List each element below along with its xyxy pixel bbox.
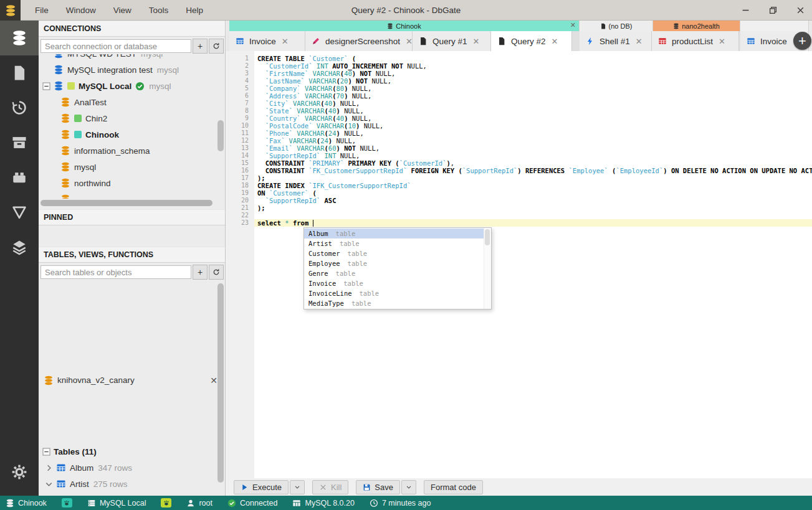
tree-row-artist[interactable]: Artist275 rows bbox=[39, 476, 217, 492]
gutter-line-number: 18 bbox=[226, 182, 249, 189]
sql-editor[interactable]: 1234567891011121314151617181920212223 CR… bbox=[226, 51, 812, 478]
code-line-5: `Company` VARCHAR(80) NULL, bbox=[257, 85, 371, 92]
tree-row-knihovna-v2-canary[interactable]: knihovna_v2_canary✕ bbox=[39, 371, 225, 389]
kill-button[interactable]: Kill bbox=[312, 480, 348, 494]
tree-row-mysql-local[interactable]: MySQL Localmysql bbox=[39, 78, 217, 94]
tree-row-analtest[interactable]: AnalTest bbox=[39, 94, 217, 110]
save-dropdown-button[interactable] bbox=[401, 480, 416, 494]
tree-row-chin2[interactable]: Chin2 bbox=[39, 110, 217, 126]
execute-button[interactable]: Execute bbox=[234, 480, 289, 494]
close-tab-icon[interactable]: ✕ bbox=[552, 37, 558, 46]
status-color-chip[interactable] bbox=[161, 498, 171, 508]
tree-row-mysql[interactable]: mysql bbox=[39, 159, 217, 175]
chevron-right-icon[interactable] bbox=[44, 463, 54, 473]
autocomplete-item-genre[interactable]: Genretable bbox=[304, 268, 491, 278]
connections-horizontal-scrollbar[interactable] bbox=[41, 200, 213, 206]
close-group-icon[interactable]: ✕ bbox=[570, 21, 576, 29]
autocomplete-item-customer[interactable]: Customertable bbox=[304, 248, 491, 258]
left-panel: CONNECTIONS + MYSQL WD TESTmysqlMySQL in… bbox=[39, 21, 226, 496]
status-connected[interactable]: Connected bbox=[227, 499, 277, 508]
format-code-button[interactable]: Format code bbox=[424, 480, 483, 494]
tree-row-tables-11-[interactable]: Tables (11) bbox=[39, 443, 217, 460]
tab-group-nano2health[interactable]: nano2health bbox=[653, 21, 740, 31]
status-mysql-local[interactable]: MySQL Local bbox=[87, 499, 146, 508]
tree-row-mysql-integration-test[interactable]: MySQL integration testmysql bbox=[39, 62, 217, 78]
close-tab-icon[interactable]: ✕ bbox=[282, 37, 289, 46]
status-root[interactable]: root bbox=[186, 499, 213, 508]
code-line-21: ); bbox=[257, 204, 265, 212]
database-orange-icon bbox=[60, 194, 70, 199]
close-button[interactable] bbox=[795, 5, 806, 16]
unpin-close-icon[interactable]: ✕ bbox=[210, 375, 217, 385]
tree-item-label: Album bbox=[70, 463, 93, 473]
rail-plugins-icon[interactable] bbox=[0, 160, 39, 195]
tree-row-mysql-wd-test[interactable]: MYSQL WD TESTmysql bbox=[39, 54, 217, 62]
rail-files-icon[interactable] bbox=[0, 55, 39, 90]
tab-query-1[interactable]: Query #1✕ bbox=[413, 31, 491, 51]
connections-vertical-scrollbar[interactable] bbox=[217, 120, 224, 151]
tab-shell-1[interactable]: Shell #1✕ bbox=[580, 31, 652, 51]
tree-row-chinook[interactable]: Chinook bbox=[39, 126, 217, 143]
autocomplete-kind: table bbox=[351, 300, 371, 307]
tab-label: Query #1 bbox=[432, 37, 467, 46]
tab-productlist[interactable]: productList✕ bbox=[652, 31, 739, 51]
menu-tools[interactable]: Tools bbox=[141, 4, 176, 17]
rail-settings-icon[interactable] bbox=[0, 455, 39, 489]
status-7-minutes-ago[interactable]: 7 minutes ago bbox=[370, 499, 431, 508]
autocomplete-item-invoiceline[interactable]: InvoiceLinetable bbox=[304, 288, 491, 298]
tables-search-input[interactable] bbox=[41, 265, 191, 279]
close-tab-icon[interactable]: ✕ bbox=[406, 37, 413, 46]
rail-database-icon[interactable] bbox=[0, 21, 39, 55]
tab-invoice[interactable]: Invoice✕ bbox=[229, 31, 305, 51]
autocomplete-item-employee[interactable]: Employeetable bbox=[304, 258, 491, 268]
close-tab-icon[interactable]: ✕ bbox=[719, 37, 725, 46]
add-connection-button[interactable]: + bbox=[193, 39, 208, 54]
rail-archive-icon[interactable] bbox=[0, 125, 39, 160]
menu-window[interactable]: Window bbox=[59, 4, 103, 17]
tree-row-partial[interactable] bbox=[39, 191, 217, 199]
menu-view[interactable]: View bbox=[106, 4, 139, 17]
close-tab-icon[interactable]: ✕ bbox=[473, 37, 480, 46]
tables-vertical-scrollbar[interactable] bbox=[217, 283, 224, 483]
gutter-line-number: 4 bbox=[226, 77, 249, 85]
database-white-icon bbox=[6, 499, 14, 508]
status-color-chip[interactable] bbox=[62, 498, 72, 508]
chevron-down-icon[interactable] bbox=[44, 479, 54, 489]
connections-search-input[interactable] bbox=[41, 39, 191, 53]
new-tab-button[interactable]: + bbox=[793, 32, 811, 50]
tree-row-album[interactable]: Album347 rows bbox=[39, 460, 217, 476]
tree-row-northwind[interactable]: northwind bbox=[39, 175, 217, 191]
tab-query-2[interactable]: Query #2✕ bbox=[491, 31, 572, 51]
refresh-connections-button[interactable] bbox=[209, 39, 224, 54]
menubar: FileWindowViewToolsHelp bbox=[27, 4, 211, 17]
autocomplete-item-invoice[interactable]: Invoicetable bbox=[304, 278, 491, 288]
tab-label: productList bbox=[672, 37, 713, 46]
status-chinook[interactable]: Chinook bbox=[6, 499, 47, 508]
tree-row-information-schema[interactable]: information_schema bbox=[39, 143, 217, 159]
autocomplete-item-album[interactable]: Albumtable bbox=[304, 229, 491, 238]
close-tab-icon[interactable]: ✕ bbox=[636, 37, 642, 46]
dbgate-logo-icon bbox=[4, 4, 17, 17]
tab-group--no-db-[interactable]: (no DB) bbox=[580, 21, 653, 31]
autocomplete-scrollbar[interactable] bbox=[484, 228, 491, 309]
execute-dropdown-button[interactable] bbox=[290, 480, 305, 494]
rail-filter-icon[interactable] bbox=[0, 195, 39, 230]
autocomplete-item-artist[interactable]: Artisttable bbox=[304, 238, 491, 248]
save-button[interactable]: Save bbox=[356, 480, 400, 494]
add-table-button[interactable]: + bbox=[193, 265, 208, 280]
tab-designerscreenshot[interactable]: designerScreenshot✕ bbox=[305, 31, 413, 51]
restore-button[interactable] bbox=[767, 5, 778, 16]
autocomplete-item-mediatype[interactable]: MediaTypetable bbox=[304, 298, 491, 308]
status-mysql-8-0-20[interactable]: MySQL 8.0.20 bbox=[292, 499, 354, 508]
minimize-button[interactable] bbox=[740, 5, 751, 16]
menu-file[interactable]: File bbox=[27, 4, 56, 17]
rail-history-icon[interactable] bbox=[0, 90, 39, 125]
table-blue-icon bbox=[235, 36, 245, 46]
collapse-box-icon[interactable] bbox=[42, 82, 51, 91]
collapse-box-icon[interactable] bbox=[42, 447, 51, 456]
tab-group-chinook[interactable]: Chinook✕ bbox=[229, 21, 580, 31]
gutter-line-number: 14 bbox=[226, 152, 249, 159]
menu-help[interactable]: Help bbox=[178, 4, 211, 17]
rail-layers-icon[interactable] bbox=[0, 230, 39, 265]
refresh-tables-button[interactable] bbox=[209, 265, 224, 280]
